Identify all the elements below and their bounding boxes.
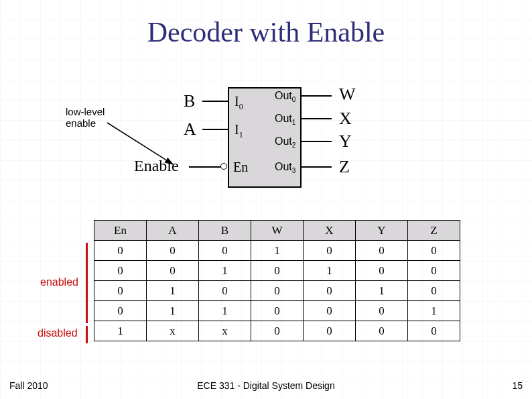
table-cell: 0	[94, 241, 147, 261]
wire-y	[302, 141, 332, 142]
truth-table: EnABWXYZ00010000010100010001001100011xx0…	[94, 220, 460, 341]
output-x: X	[339, 109, 352, 129]
table-row: 0100010	[94, 281, 460, 301]
table-cell: 0	[408, 261, 460, 281]
low-level-enable-note: low-level enable	[66, 106, 105, 129]
footer-course: ECE 331 - Digital System Design	[0, 380, 532, 391]
wire-a	[202, 129, 228, 130]
pin-out0: Out0	[275, 90, 295, 103]
pin-out1: Out1	[275, 113, 295, 126]
table-cell: 1	[199, 301, 251, 321]
table-cell: 1	[304, 261, 356, 281]
table-header: Y	[356, 221, 408, 241]
pin-en: En	[233, 160, 248, 175]
table-cell: x	[147, 321, 199, 341]
slide-number: 15	[512, 380, 523, 391]
table-row: 1xx0000	[94, 321, 460, 341]
table-cell: 1	[251, 241, 304, 261]
wire-b	[202, 101, 228, 102]
note-line2: enable	[66, 117, 96, 129]
table-cell: 0	[356, 321, 408, 341]
note-line1: low-level	[66, 106, 105, 117]
table-header: Z	[408, 221, 460, 241]
input-b: B	[184, 91, 195, 111]
table-cell: 0	[304, 321, 356, 341]
table-cell: 0	[408, 281, 460, 301]
table-cell: 0	[356, 261, 408, 281]
disabled-label: disabled	[38, 327, 78, 339]
table-cell: 1	[147, 301, 199, 321]
pin-i0: I0	[235, 94, 243, 112]
enabled-label: enabled	[40, 276, 78, 288]
table-cell: 0	[408, 241, 460, 261]
table-row: 0110001	[94, 301, 460, 321]
input-a: A	[184, 119, 196, 139]
table-cell: 0	[251, 321, 304, 341]
slide-title: Decoder with Enable	[0, 16, 532, 48]
table-cell: 1	[94, 321, 147, 341]
table-row: 0010100	[94, 261, 460, 281]
table-header: W	[251, 221, 304, 241]
table-cell: 0	[356, 301, 408, 321]
table-cell: 0	[199, 241, 251, 261]
table-header: B	[199, 221, 251, 241]
table-cell: 0	[251, 281, 304, 301]
pin-out2: Out2	[275, 135, 295, 149]
pin-i1: I1	[235, 122, 243, 140]
disabled-bracket	[86, 326, 88, 343]
table-header: X	[304, 221, 356, 241]
input-enable: Enable	[134, 157, 179, 175]
table-cell: 0	[304, 241, 356, 261]
table-cell: 1	[147, 281, 199, 301]
table-row: 0001000	[94, 241, 460, 261]
table-cell: 0	[356, 241, 408, 261]
table-header: A	[147, 221, 199, 241]
decoder-diagram: B A Enable I0 I1 En Out0 Out1 Out2 Out3 …	[174, 87, 389, 194]
wire-w	[302, 95, 332, 97]
table-cell: 0	[251, 301, 304, 321]
wire-en	[189, 166, 221, 168]
output-w: W	[339, 84, 356, 105]
table-cell: 0	[199, 281, 251, 301]
output-z: Z	[339, 157, 350, 177]
table-cell: 1	[408, 301, 460, 321]
table-cell: 0	[94, 261, 147, 281]
pin-out3: Out3	[275, 161, 295, 174]
output-y: Y	[339, 131, 352, 152]
table-cell: 0	[251, 261, 304, 281]
table-cell: 0	[304, 281, 356, 301]
table-cell: x	[199, 321, 251, 341]
table-header: En	[94, 221, 147, 241]
wire-z	[302, 166, 332, 168]
table-cell: 0	[147, 261, 199, 281]
table-cell: 0	[304, 301, 356, 321]
table-cell: 1	[356, 281, 408, 301]
table-cell: 1	[199, 261, 251, 281]
table-cell: 0	[147, 241, 199, 261]
table-cell: 0	[94, 281, 147, 301]
table-cell: 0	[94, 301, 147, 321]
table-cell: 0	[408, 321, 460, 341]
enabled-bracket	[86, 243, 88, 323]
wire-x	[302, 118, 332, 119]
enable-bubble-icon	[220, 163, 227, 170]
